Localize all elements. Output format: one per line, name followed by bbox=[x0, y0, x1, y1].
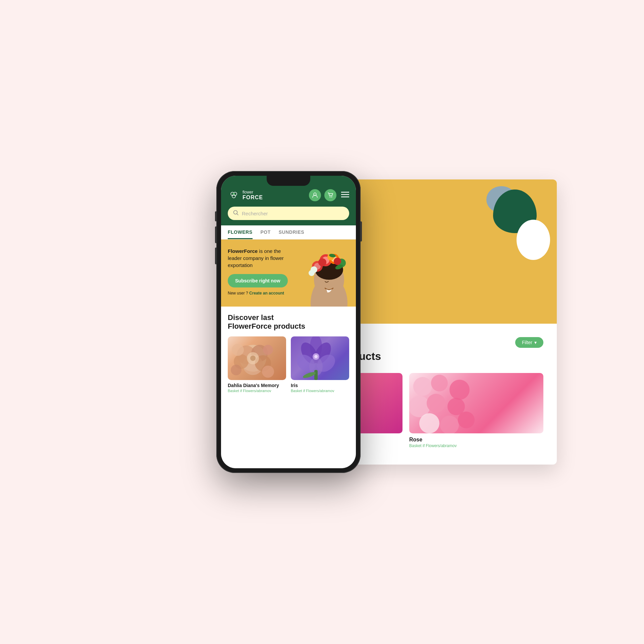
products-section-title: Discover last FlowerForce products bbox=[228, 313, 349, 331]
svg-point-56 bbox=[231, 365, 241, 375]
desktop-product-sub-rose: Basket if Flowers/abramov bbox=[409, 443, 543, 448]
header-icons bbox=[309, 189, 349, 201]
svg-rect-64 bbox=[314, 370, 318, 380]
scene: Discover last FlowerForce products Filte… bbox=[87, 87, 557, 557]
phone-mute-button bbox=[215, 211, 216, 221]
menu-button[interactable] bbox=[341, 191, 349, 200]
svg-line-27 bbox=[237, 214, 238, 215]
hero-title: FlowerForce is one the leader company in… bbox=[228, 248, 294, 269]
logo-icon bbox=[228, 189, 240, 201]
new-user-text: New user ? Create an account bbox=[228, 291, 294, 296]
phone-volume-down-button bbox=[215, 248, 216, 264]
product-image-iris bbox=[291, 336, 349, 380]
hero-text-area: FlowerForce is one the leader company in… bbox=[228, 248, 294, 296]
svg-point-11 bbox=[427, 394, 445, 413]
user-icon-button[interactable] bbox=[309, 189, 321, 201]
phone-outer-shell: flower FORCE bbox=[216, 171, 361, 473]
svg-point-54 bbox=[232, 344, 244, 356]
logo-area: flower FORCE bbox=[228, 189, 263, 201]
svg-point-14 bbox=[440, 416, 459, 433]
search-icon bbox=[233, 210, 238, 217]
search-input-container[interactable]: Rechercher bbox=[228, 207, 349, 220]
search-input[interactable]: Rechercher bbox=[242, 211, 268, 216]
svg-point-8 bbox=[431, 375, 448, 391]
tab-pot[interactable]: POT bbox=[261, 229, 271, 239]
product-name-dahlia: Dahlia Diana's Memory bbox=[228, 383, 286, 388]
phone-hero-section: FlowerForce is one the leader company in… bbox=[221, 239, 356, 307]
product-grid: Dahlia Diana's Memory Basket if Flowers/… bbox=[228, 336, 349, 393]
svg-point-9 bbox=[449, 380, 470, 400]
cart-icon-button[interactable] bbox=[324, 189, 336, 201]
nav-tabs: FLOWERS POT SUNDRIES bbox=[221, 225, 356, 239]
tab-sundries[interactable]: SUNDRIES bbox=[279, 229, 304, 239]
svg-point-22 bbox=[331, 197, 332, 198]
phone-power-button bbox=[361, 221, 362, 241]
product-image-dahlia bbox=[228, 336, 286, 380]
decorative-shape-white bbox=[517, 220, 550, 260]
svg-point-57 bbox=[262, 366, 274, 378]
desktop-product-name-rose: Rose bbox=[409, 437, 543, 443]
chevron-down-icon: ▾ bbox=[534, 340, 537, 345]
products-section: Discover last FlowerForce products bbox=[221, 307, 356, 468]
svg-point-53 bbox=[250, 356, 256, 361]
product-card-dahlia[interactable]: Dahlia Diana's Memory Basket if Flowers/… bbox=[228, 336, 286, 393]
svg-rect-30 bbox=[323, 295, 335, 307]
phone-content: flower FORCE bbox=[221, 176, 356, 468]
tab-flowers[interactable]: FLOWERS bbox=[228, 229, 253, 239]
svg-point-15 bbox=[458, 412, 475, 428]
svg-point-21 bbox=[330, 197, 331, 198]
svg-point-41 bbox=[334, 258, 341, 265]
subscribe-button[interactable]: Subscribe right now bbox=[228, 274, 288, 287]
product-name-iris: Iris bbox=[291, 383, 349, 388]
logo-text: flower FORCE bbox=[243, 190, 263, 201]
product-sub-iris: Basket if Flowers/abramov bbox=[291, 389, 349, 393]
product-card-iris[interactable]: Iris Basket if Flowers/abramov bbox=[291, 336, 349, 393]
svg-point-43 bbox=[309, 270, 315, 276]
phone-notch bbox=[267, 176, 310, 186]
svg-point-67 bbox=[314, 355, 318, 358]
svg-point-19 bbox=[233, 193, 235, 195]
create-account-link[interactable]: Create an account bbox=[249, 291, 284, 296]
phone-screen: flower FORCE bbox=[221, 176, 356, 468]
svg-point-55 bbox=[263, 345, 273, 355]
svg-point-7 bbox=[413, 377, 432, 396]
phone-volume-up-button bbox=[215, 226, 216, 243]
product-sub-dahlia: Basket if Flowers/abramov bbox=[228, 389, 286, 393]
desktop-product-card-rose[interactable]: Rose Basket if Flowers/abramov bbox=[409, 373, 543, 448]
filter-button[interactable]: Filter ▾ bbox=[515, 337, 543, 348]
search-bar-area: Rechercher bbox=[221, 207, 356, 225]
phone-mockup: flower FORCE bbox=[216, 171, 361, 473]
svg-point-39 bbox=[318, 258, 326, 266]
svg-point-13 bbox=[419, 413, 439, 433]
